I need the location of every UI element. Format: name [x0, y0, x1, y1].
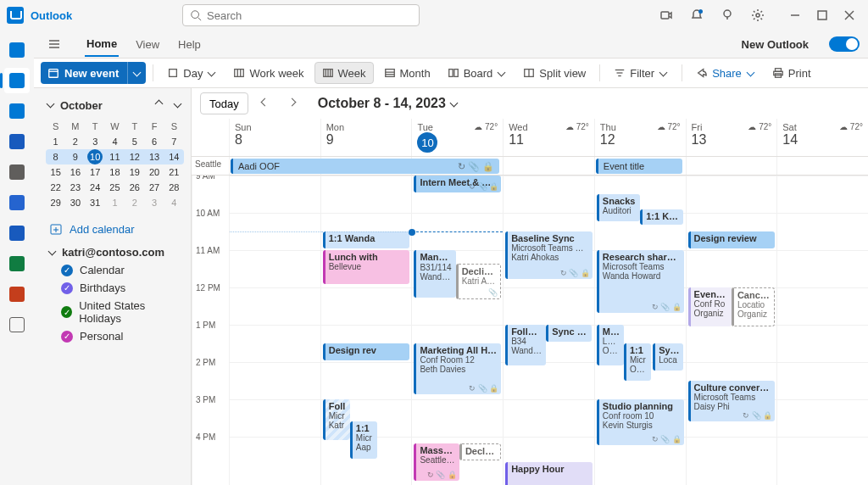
mini-day[interactable]: 25	[105, 180, 125, 195]
month-next-button[interactable]	[170, 98, 184, 112]
calendar-event[interactable]: Sync on desi	[546, 325, 591, 342]
mini-day[interactable]: 15	[46, 164, 65, 180]
mini-day[interactable]: 22	[46, 180, 65, 195]
day-column[interactable]: Baseline SyncMicrosoft Teams MeetingKatr…	[503, 176, 594, 485]
mini-day[interactable]: 9	[65, 149, 85, 164]
search-box[interactable]	[182, 4, 420, 26]
calendar-event[interactable]: Design review	[688, 231, 776, 248]
calendar-checkbox[interactable]: ✓	[61, 282, 73, 294]
calendar-event[interactable]: Marketing All HandsConf Room 12Beth Davi…	[414, 343, 501, 394]
calendar-event[interactable]: Declined: TeamKatri Ahokas📎	[456, 264, 501, 299]
day-column[interactable]	[229, 176, 320, 485]
mini-day[interactable]: 12	[125, 149, 144, 164]
mini-day[interactable]: 4	[105, 134, 125, 149]
mini-day[interactable]: 23	[65, 180, 85, 195]
mini-day[interactable]: 28	[164, 180, 184, 195]
calendar-event[interactable]: SyncLoca	[653, 343, 683, 371]
calendar-event[interactable]: Massage apptSeattle downto↻ 📎 🔒	[414, 443, 459, 481]
calendar-event[interactable]: FollMicrKatr	[323, 399, 350, 440]
day-header[interactable]: Sat14☁ 72°	[776, 119, 868, 156]
calendar-event[interactable]: Research shareoutMicrosoft TeamsWanda Ho…	[597, 250, 684, 313]
day-column[interactable]	[776, 176, 868, 485]
calendar-item[interactable]: ✓Birthdays	[61, 282, 184, 294]
rail-more[interactable]	[4, 312, 30, 337]
day-header[interactable]: Wed11☁ 72°	[503, 119, 594, 156]
rail-mail[interactable]	[4, 37, 30, 63]
day-header[interactable]: Thu12☁ 72°	[594, 119, 686, 156]
mini-day[interactable]: 31	[86, 195, 105, 210]
filter-button[interactable]: Filter	[607, 62, 675, 84]
calendar-checkbox[interactable]: ✓	[61, 331, 73, 343]
calendar-event[interactable]: Studio planningConf room 10Kevin Sturgis…	[597, 399, 684, 445]
close-button[interactable]	[837, 3, 861, 27]
calendar-event[interactable]: 1:1MicrOrga	[624, 343, 651, 381]
mini-day[interactable]: 3	[86, 134, 105, 149]
calendar-event[interactable]: ManLocaOrga	[597, 325, 624, 365]
mini-day[interactable]: 24	[86, 180, 105, 195]
view-month-button[interactable]: Month	[377, 62, 437, 84]
calendar-event[interactable]: Happy Hour	[505, 462, 593, 485]
mini-day[interactable]: 19	[125, 164, 144, 180]
calendar-event[interactable]: 1:1 Wanda	[323, 231, 410, 248]
rail-files[interactable]	[4, 159, 30, 185]
day-header[interactable]: Fri13☁ 72°	[686, 119, 777, 156]
calendar-event[interactable]: Declined: Desig	[459, 443, 501, 460]
tips-icon[interactable]	[715, 3, 739, 27]
calendar-event[interactable]: Follow up onB34Wanda Howa	[505, 325, 546, 365]
mini-day[interactable]: 11	[105, 149, 125, 164]
view-day-button[interactable]: Day	[160, 62, 223, 84]
view-workweek-button[interactable]: Work week	[226, 62, 310, 84]
mini-day[interactable]: 17	[86, 164, 105, 180]
mini-calendar[interactable]: SMTWTFS123456789101112131415161718192021…	[46, 119, 184, 210]
calendar-item[interactable]: ✓Personal	[61, 330, 184, 343]
day-column[interactable]: SnacksAuditori1:1 KevinResearch shareout…	[594, 176, 686, 485]
mini-day[interactable]: 7	[164, 134, 184, 149]
calendar-checkbox[interactable]: ✓	[61, 306, 72, 318]
new-event-chevron-icon[interactable]	[127, 62, 146, 84]
tab-home[interactable]: Home	[85, 32, 119, 57]
mini-day[interactable]: 30	[65, 195, 85, 210]
share-button[interactable]: Share	[689, 62, 762, 84]
mini-day[interactable]: 8	[46, 149, 65, 164]
day-header[interactable]: Sun8	[229, 119, 320, 156]
calendar-event[interactable]: Intern Meet & Greet↻ 📎 🔒	[414, 176, 501, 192]
rail-powerpoint[interactable]	[4, 282, 30, 307]
account-toggle[interactable]: katri@contoso.com	[47, 246, 184, 259]
mini-day[interactable]: 2	[125, 195, 144, 210]
day-column[interactable]: Design reviewEvent titConf RoOrganizCanc…	[686, 176, 777, 485]
mini-day[interactable]: 3	[144, 195, 164, 210]
settings-icon[interactable]	[746, 3, 770, 27]
rail-todo[interactable]	[4, 190, 30, 215]
mini-day[interactable]: 2	[65, 134, 85, 149]
view-board-button[interactable]: Board	[441, 62, 514, 84]
calendar-event[interactable]: Lunch withBellevue	[323, 250, 410, 284]
calendar-item[interactable]: ✓United States Holidays	[61, 299, 184, 325]
day-column[interactable]: Intern Meet & Greet↻ 📎 🔒ManageJoinB31/11…	[411, 176, 503, 485]
view-week-button[interactable]: Week	[314, 62, 374, 84]
calendar-event[interactable]: CanceleLocatioOrganiz	[732, 287, 775, 326]
mini-day[interactable]: 6	[144, 134, 164, 149]
calendar-event[interactable]: 1:1 Kevin	[640, 209, 683, 225]
calendar-event[interactable]: SnacksAuditori	[597, 194, 640, 221]
calendar-event[interactable]: Design rev	[323, 343, 410, 360]
date-range-title[interactable]: October 8 - 14, 2023	[318, 96, 459, 111]
mini-day[interactable]: 4	[164, 195, 184, 210]
mini-day[interactable]: 27	[144, 180, 164, 195]
calendar-event[interactable]: Event titConf RoOrganiz	[688, 287, 732, 326]
view-splitview-button[interactable]: Split view	[516, 62, 593, 84]
calendar-event[interactable]: Baseline SyncMicrosoft Teams MeetingKatr…	[505, 231, 593, 279]
add-calendar-button[interactable]: Add calendar	[49, 222, 184, 236]
maximize-button[interactable]	[810, 3, 834, 27]
hamburger-icon[interactable]	[42, 32, 66, 56]
calendar-event[interactable]: ManageJoinB31/114Wanda Howard	[414, 250, 455, 298]
rail-excel[interactable]	[4, 251, 30, 276]
day-header[interactable]: Mon9	[320, 119, 412, 156]
day-column[interactable]: 1:1 WandaLunch withBellevueDesign revFol…	[320, 176, 412, 485]
mini-day[interactable]: 26	[125, 180, 144, 195]
mini-day[interactable]: 5	[125, 134, 144, 149]
allday-event[interactable]: Event title	[596, 159, 682, 174]
rail-people[interactable]	[4, 98, 30, 124]
rail-word[interactable]	[4, 220, 30, 246]
new-outlook-toggle[interactable]	[829, 36, 860, 52]
calendar-item[interactable]: ✓Calendar	[61, 264, 184, 276]
